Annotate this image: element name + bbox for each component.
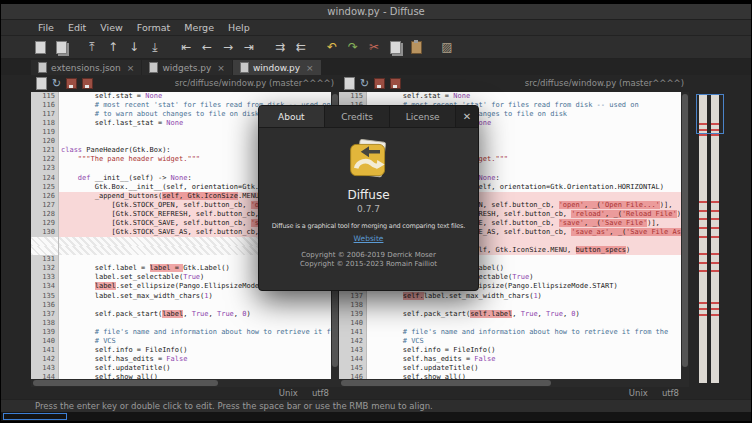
code-line[interactable]: 141 # file's name and information about …	[339, 328, 681, 337]
menu-edit[interactable]: Edit	[61, 22, 93, 33]
horizontal-scrollbar[interactable]	[339, 379, 689, 387]
code-line[interactable]: 142 # VCS	[339, 337, 681, 346]
toolbar-copy-button[interactable]	[386, 38, 404, 56]
pane-save-file-button[interactable]	[66, 78, 77, 89]
menu-file[interactable]: File	[31, 22, 61, 33]
toolbar-merge-from-right-button[interactable]: ⇇	[292, 38, 310, 56]
line-ending-indicator[interactable]: Unix	[279, 388, 298, 398]
toolbar-merge-from-left-button[interactable]: ⇉	[271, 38, 289, 56]
code-line[interactable]: 144 self.has_edits = False	[339, 355, 681, 364]
pane-save-file-button[interactable]	[374, 78, 385, 89]
save-file-as-icon	[82, 78, 93, 89]
line-text: self.info = FileInfo()	[59, 346, 331, 355]
code-line[interactable]: 145 self.updateTitle()	[339, 364, 681, 373]
new-file-icon	[35, 41, 46, 54]
code-segment: ,	[234, 310, 242, 318]
code-segment: Gtk.Label()	[183, 264, 229, 272]
line-number	[31, 237, 59, 246]
code-segment: self, Gtk.IconSize	[162, 192, 238, 200]
code-line[interactable]: 141 self.info = FileInfo()	[31, 346, 331, 355]
line-number: 134	[31, 282, 59, 291]
toolbar-new-file-button[interactable]	[31, 38, 49, 56]
code-line[interactable]: 140 # VCS	[31, 337, 331, 346]
menu-view[interactable]: View	[93, 22, 130, 33]
menu-format[interactable]: Format	[130, 22, 177, 33]
menu-help[interactable]: Help	[221, 22, 257, 33]
diff-map[interactable]	[689, 75, 751, 399]
code-line[interactable]: 140	[339, 319, 681, 328]
toolbar-next-difference-button[interactable]: ↓	[125, 38, 143, 56]
toolbar-undo-button[interactable]: ↶	[323, 38, 341, 56]
tab-close-icon[interactable]: ×	[306, 63, 314, 73]
line-ending-indicator[interactable]: Unix	[629, 388, 648, 398]
line-text: # VCS	[59, 337, 331, 346]
tab-close-icon[interactable]: ×	[127, 63, 135, 73]
code-line[interactable]: 137 self.pack_start(label, True, True, 0…	[31, 310, 331, 319]
toolbar-cut-button[interactable]: ✂	[365, 38, 383, 56]
website-link[interactable]: Website	[354, 234, 384, 243]
scrollbar-thumb[interactable]	[33, 380, 218, 386]
toolbar-redo-button[interactable]: ↷	[344, 38, 362, 56]
encoding-indicator[interactable]: utf8	[312, 388, 329, 398]
vertical-scrollbar[interactable]	[681, 92, 689, 379]
code-line[interactable]: 142 self.has_edits = False	[31, 355, 331, 364]
code-line[interactable]: 138	[339, 301, 681, 310]
pane-reload-file-button[interactable]: ↻	[360, 78, 369, 89]
code-segment: self.last_stat =	[61, 119, 166, 127]
code-line[interactable]: 115 self.stat = None	[31, 92, 331, 101]
pane-save-file-as-button[interactable]	[390, 78, 401, 89]
diff-mark	[699, 302, 707, 304]
toolbar-copy-selection-left-button[interactable]: ←	[198, 38, 216, 56]
tab-widgets.py[interactable]: widgets.py×	[142, 60, 232, 75]
map-viewport[interactable]	[696, 94, 724, 134]
code-line[interactable]: 137 self.label.set_max_width_chars(1)	[339, 292, 681, 301]
toolbar-previous-difference-button[interactable]: ↑	[104, 38, 122, 56]
pane-open-file-button[interactable]	[36, 77, 47, 90]
code-segment: None	[145, 92, 162, 100]
code-line[interactable]: 139 # file's name and information about …	[31, 328, 331, 337]
dialog-tab-credits[interactable]: Credits	[325, 106, 391, 127]
toolbar-open-file-button[interactable]	[52, 38, 70, 56]
scrollbar-thumb[interactable]	[682, 94, 688, 367]
line-number	[31, 246, 59, 255]
pane-open-file-button[interactable]	[344, 77, 355, 90]
bottom-strip	[1, 412, 751, 421]
menu-merge[interactable]: Merge	[177, 22, 221, 33]
dialog-tab-license[interactable]: License	[390, 106, 456, 127]
merge-from-right-icon: ⇇	[296, 41, 306, 53]
toolbar-copy-selection-right-button[interactable]: →	[219, 38, 237, 56]
toolbar-shift-pane-left-button[interactable]: ⇤	[177, 38, 195, 56]
toolbar-first-difference-button[interactable]: ⤒	[83, 38, 101, 56]
code-line[interactable]: 143 self.info = FileInfo()	[339, 346, 681, 355]
diffuse-app-icon	[347, 138, 391, 182]
toolbar-last-difference-button[interactable]: ⤓	[146, 38, 164, 56]
code-line[interactable]: 138	[31, 319, 331, 328]
tab-extensions.json[interactable]: extensions.json×	[31, 60, 141, 75]
code-line[interactable]: 136	[31, 301, 331, 310]
line-number: 143	[339, 346, 367, 355]
encoding-indicator[interactable]: utf8	[662, 388, 679, 398]
dialog-tab-about[interactable]: About	[259, 106, 325, 127]
pane-save-file-as-button[interactable]	[82, 78, 93, 89]
code-line[interactable]: 139 self.pack_start(self.label, True, Tr…	[339, 310, 681, 319]
toolbar-shift-pane-right-button[interactable]: ⇥	[240, 38, 258, 56]
scrollbar-thumb[interactable]	[341, 380, 551, 386]
tab-close-icon[interactable]: ×	[217, 63, 225, 73]
tab-window.py[interactable]: window.py×	[233, 60, 321, 75]
code-line[interactable]: 143 self.updateTitle()	[31, 364, 331, 373]
line-number: 119	[31, 128, 59, 137]
code-segment: label.set_max_width_chars(	[61, 292, 204, 300]
line-text	[59, 301, 331, 310]
diff-mark	[699, 308, 707, 310]
horizontal-scrollbar[interactable]	[31, 379, 339, 387]
code-line[interactable]: 135 label.set_max_width_chars(1)	[31, 292, 331, 301]
toolbar-clear-edits-button[interactable]: ▨	[438, 38, 456, 56]
code-segment: [Gtk.STOCK_SAVE_AS, self.button_cb,	[61, 228, 263, 236]
code-line[interactable]: 115 self.stat = None	[339, 92, 681, 101]
diff-mark	[711, 314, 719, 316]
code-segment: 'save'	[559, 219, 584, 227]
titlebar[interactable]: window.py - Diffuse	[1, 4, 751, 20]
toolbar-paste-button[interactable]	[407, 38, 425, 56]
pane-reload-file-button[interactable]: ↻	[52, 78, 61, 89]
dialog-close-button[interactable]: ✕	[456, 106, 478, 127]
